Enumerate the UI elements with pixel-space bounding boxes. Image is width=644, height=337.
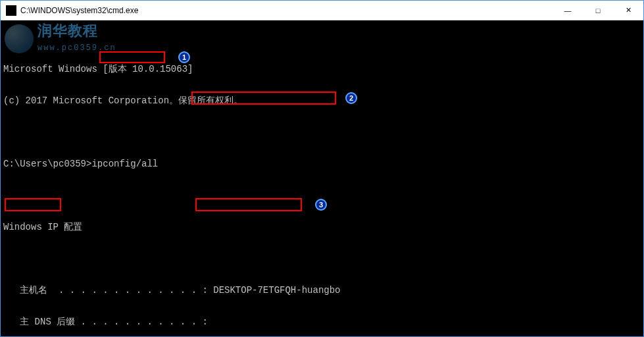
watermark-brand: 润华教程 xyxy=(37,27,98,38)
prompt-path: C:\Users\pc0359> xyxy=(3,159,91,169)
minimize-button[interactable]: — xyxy=(553,1,583,20)
output-line: 主 DNS 后缀 . . . . . . . . . . . : xyxy=(3,317,641,327)
output-line: 主机名 . . . . . . . . . . . . . : DESKTOP-… xyxy=(3,285,641,296)
hostname-value: DESKTOP-7ETGFQH-huangbo xyxy=(213,285,340,296)
banner-line: Microsoft Windows [版本 10.0.15063] xyxy=(3,64,641,74)
annotation-badge-1: 1 xyxy=(178,51,190,63)
window-title: C:\WINDOWS\system32\cmd.exe xyxy=(20,6,553,15)
terminal-area[interactable]: 润华教程 www.pc0359.cn Microsoft Windows [版本… xyxy=(1,20,643,336)
maximize-button[interactable]: □ xyxy=(583,1,613,20)
section-header: Windows IP 配置 xyxy=(3,222,641,232)
banner-line: (c) 2017 Microsoft Corporation。保留所有权利。 xyxy=(3,95,641,106)
cmd-window: C:\WINDOWS\system32\cmd.exe — □ ✕ 润华教程 w… xyxy=(0,0,644,337)
prompt-line: C:\Users\pc0359>ipconfig/all xyxy=(3,159,641,169)
typed-command: ipconfig/all xyxy=(91,159,158,169)
hostname-label: 主机名 . . . . . . . . . . . . . : xyxy=(3,285,213,296)
blank-line xyxy=(3,127,641,138)
titlebar[interactable]: C:\WINDOWS\system32\cmd.exe — □ ✕ xyxy=(1,1,643,20)
logo-icon xyxy=(5,24,34,53)
blank-line xyxy=(3,253,641,264)
close-button[interactable]: ✕ xyxy=(613,1,643,20)
cmd-icon xyxy=(6,5,16,16)
annotation-badge-3: 3 xyxy=(315,199,327,211)
watermark-domain: www.pc0359.cn xyxy=(37,43,116,53)
blank-line xyxy=(3,190,641,201)
highlight-command xyxy=(99,51,165,63)
